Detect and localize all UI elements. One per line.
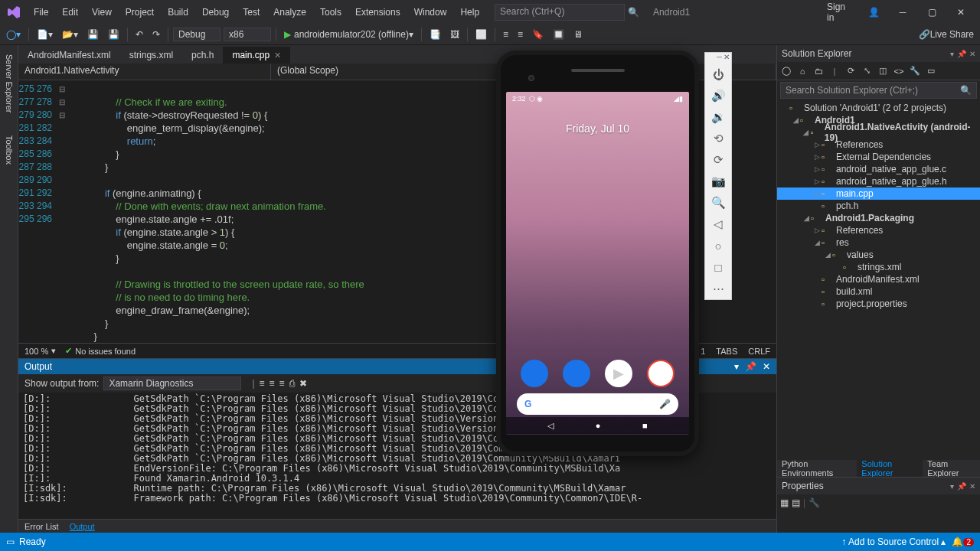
output-tool-icon[interactable]: ≡ (279, 378, 285, 389)
menu-extensions[interactable]: Extensions (349, 4, 407, 21)
platform-dropdown[interactable]: x86 (224, 28, 271, 41)
tree-node[interactable]: ▷▫android_native_app_glue.h (777, 175, 980, 187)
play-store-icon[interactable]: ▶ (605, 360, 632, 387)
nav-scope[interactable]: (Global Scope) (271, 64, 524, 80)
toolbar-icon[interactable]: 🖥 (570, 28, 586, 41)
menu-window[interactable]: Window (408, 4, 453, 21)
toolbar-icon[interactable]: ⬜ (472, 28, 490, 41)
se-back-icon[interactable]: ◯ (780, 65, 792, 77)
toolbar-icon[interactable]: 📑 (426, 28, 444, 41)
panel-close-icon[interactable]: ✕ (969, 50, 975, 58)
quick-launch-search[interactable]: Search (Ctrl+Q) (495, 4, 625, 21)
emulator-more-icon[interactable]: ⋯ (705, 278, 731, 299)
emulator-home-icon[interactable]: ○ (705, 235, 731, 256)
emulator-close-icon[interactable]: ✕ (724, 54, 730, 63)
emulator-home-icon[interactable]: ● (596, 421, 601, 430)
android-emulator-window[interactable]: 2:32 ⬡ ◉◢▮ Friday, Jul 10 ▶ G 🎤 ◁ ● ■ (496, 51, 699, 456)
tree-node[interactable]: ▫AndroidManifest.xml (777, 273, 980, 285)
output-tool-icon[interactable]: ≡ (260, 378, 265, 389)
tree-node[interactable]: ▫pch.h (777, 200, 980, 212)
se-refresh-icon[interactable]: ⟳ (844, 65, 857, 77)
output-tool-icon[interactable]: ✖ (299, 378, 307, 389)
output-tool-icon[interactable]: ⎙ (289, 378, 295, 389)
chrome-icon[interactable] (647, 360, 675, 387)
maximize-button[interactable]: ▢ (919, 3, 945, 21)
save-button[interactable]: 💾 (84, 28, 102, 41)
emulator-search-bar[interactable]: G 🎤 (517, 393, 678, 415)
panel-menu-icon[interactable]: ▾ (950, 482, 954, 491)
tree-node[interactable]: ▷▫References (777, 224, 980, 236)
properties-alpha-icon[interactable]: ▤ (792, 497, 800, 530)
output-dropdown-icon[interactable]: ▾ (734, 361, 739, 372)
menu-project[interactable]: Project (119, 4, 160, 21)
tree-node[interactable]: ▫Solution 'Android1' (2 of 2 projects) (777, 102, 980, 114)
properties-categorized-icon[interactable]: ▦ (780, 497, 789, 530)
solution-explorer-search[interactable]: Search Solution Explorer (Ctrl+;) 🔍 (780, 82, 977, 99)
tree-node[interactable]: ◢▫values (777, 249, 980, 261)
tree-node[interactable]: ◢▫Android1.Packaging (777, 212, 980, 224)
user-icon[interactable]: 👤 (861, 3, 887, 21)
se-properties-icon[interactable]: 🔧 (909, 65, 921, 77)
se-showall-icon[interactable]: ◫ (877, 65, 889, 77)
panel-pin-icon[interactable]: 📌 (957, 482, 966, 491)
new-project-button[interactable]: 📄▾ (34, 28, 56, 41)
se-home-icon[interactable]: ⌂ (796, 65, 808, 77)
emulator-volume-up-icon[interactable]: 🔊 (705, 85, 731, 106)
phone-app-icon[interactable] (521, 360, 548, 387)
messages-app-icon[interactable] (563, 360, 590, 387)
output-tab[interactable]: Output (70, 522, 95, 531)
output-tool-icon[interactable]: ≡ (270, 378, 275, 389)
menu-file[interactable]: File (28, 4, 54, 21)
menu-build[interactable]: Build (162, 4, 194, 21)
minimize-button[interactable]: ─ (890, 3, 916, 21)
doc-tab[interactable]: pch.h (182, 47, 223, 64)
emulator-recents-icon[interactable]: ■ (642, 421, 648, 430)
search-icon[interactable]: 🔍 (628, 7, 639, 18)
tree-node[interactable]: ◢▫res (777, 236, 980, 249)
zoom-level[interactable]: 100 % (24, 347, 48, 356)
crlf-indicator[interactable]: CRLF (748, 347, 770, 356)
toolbar-icon[interactable]: 🖼 (447, 28, 462, 41)
emulator-back-icon[interactable]: ◁ (547, 421, 554, 431)
emulator-volume-down-icon[interactable]: 🔉 (705, 106, 731, 128)
menu-view[interactable]: View (86, 4, 118, 21)
source-control-button[interactable]: ↑ Add to Source Control ▴ (841, 536, 946, 547)
tree-node[interactable]: ▷▫main.cpp (777, 187, 980, 200)
emulator-minimize-icon[interactable]: ─ (717, 54, 722, 63)
toolbox-tab[interactable]: Toolbox (3, 131, 15, 169)
emulator-overview-icon[interactable]: □ (705, 256, 731, 278)
back-button[interactable]: ◯▾ (3, 28, 24, 41)
doc-tab[interactable]: AndroidManifest.xml (18, 47, 120, 64)
tree-node[interactable]: ▷▫android_native_app_glue.c (777, 163, 980, 175)
sign-in-link[interactable]: Sign in (827, 3, 853, 21)
tree-node[interactable]: ▫build.xml (777, 285, 980, 298)
toolbar-icon[interactable]: ≡ (514, 28, 526, 41)
tree-node[interactable]: ▫project.properties (777, 298, 980, 310)
menu-analyze[interactable]: Analyze (267, 4, 312, 21)
emulator-zoom-icon[interactable]: 🔍 (705, 192, 731, 214)
output-close-icon[interactable]: ✕ (763, 361, 770, 372)
mic-icon[interactable]: 🎤 (659, 399, 671, 409)
panel-menu-icon[interactable]: ▾ (950, 50, 954, 58)
close-button[interactable]: ✕ (948, 3, 974, 21)
undo-button[interactable]: ↶ (132, 28, 146, 41)
toolbar-icon[interactable]: 🔲 (550, 28, 567, 41)
menu-edit[interactable]: Edit (56, 4, 84, 21)
toolbar-icon[interactable]: ≡ (500, 28, 511, 41)
emulator-rotate-left-icon[interactable]: ⟲ (705, 128, 731, 149)
output-pin-icon[interactable]: 📌 (745, 361, 756, 372)
close-icon[interactable]: ✕ (274, 51, 281, 60)
configuration-dropdown[interactable]: Debug (173, 28, 220, 41)
open-button[interactable]: 📂▾ (59, 28, 81, 41)
redo-button[interactable]: ↷ (149, 28, 163, 41)
solution-tree[interactable]: ▫Solution 'Android1' (2 of 2 projects)◢▫… (777, 100, 980, 460)
save-all-button[interactable]: 💾 (105, 28, 122, 41)
live-share-button[interactable]: 🔗 Live Share (916, 28, 977, 41)
error-list-tab[interactable]: Error List (24, 522, 59, 531)
start-debug-button[interactable]: ▶androidemulator202 (offline) ▾ (281, 28, 416, 41)
server-explorer-tab[interactable]: Server Explorer (3, 50, 15, 117)
se-open-icon[interactable]: 🗀 (812, 65, 825, 77)
doc-tab[interactable]: strings.xml (120, 47, 182, 64)
menu-debug[interactable]: Debug (196, 4, 235, 21)
menu-test[interactable]: Test (237, 4, 266, 21)
